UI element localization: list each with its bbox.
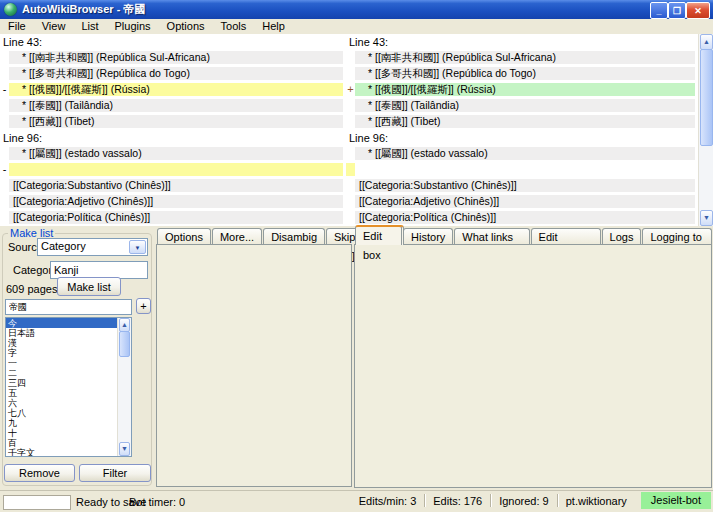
tab-logging-to-file[interactable]: Logging to file bbox=[642, 228, 712, 245]
diff-line: * [[俄國]]/[[俄羅斯]] (Rússia) bbox=[355, 83, 695, 96]
menu-view[interactable]: View bbox=[34, 19, 74, 34]
diff-line: * [[泰國]] (Tailândia) bbox=[355, 99, 695, 112]
list-item[interactable]: 今 bbox=[6, 318, 118, 328]
diff-line: [[Categoria:Adjetivo (Chinês)]] bbox=[355, 195, 695, 208]
page-filter-input[interactable] bbox=[5, 299, 132, 315]
scroll-up-icon[interactable]: ▲ bbox=[119, 318, 130, 332]
diff-line-header: Line 43: bbox=[0, 34, 346, 50]
list-item[interactable]: 七八 bbox=[6, 408, 118, 418]
diff-row: [[Categoria:Política (Chinês)]] bbox=[346, 210, 698, 226]
diff-row: * [[泰國]] (Tailândia) bbox=[0, 98, 346, 114]
diff-right-panel: Line 43:* [[南非共和國]] (República Sul-Afric… bbox=[346, 34, 698, 226]
filter-button[interactable]: Filter bbox=[79, 464, 151, 482]
restore-button[interactable]: ❐ bbox=[668, 2, 686, 19]
tab-what-links-here[interactable]: What links here bbox=[454, 228, 529, 245]
diff-row: +* [[俄國]]/[[俄羅斯]] (Rússia) bbox=[346, 82, 698, 98]
tab-edit-box[interactable]: Edit box bbox=[355, 225, 402, 245]
tab-options[interactable]: Options bbox=[157, 228, 211, 245]
diff-line: * [[南非共和國]] (República Sul-Africana) bbox=[9, 51, 343, 64]
diff-line: * [[西藏]] (Tibet) bbox=[9, 115, 343, 128]
menu-bar: FileViewListPluginsOptionsToolsHelp bbox=[0, 19, 713, 34]
menu-help[interactable]: Help bbox=[254, 19, 293, 34]
scroll-down-icon[interactable]: ▼ bbox=[700, 210, 713, 226]
pages-count: 609 pages bbox=[6, 283, 57, 295]
scroll-up-icon[interactable]: ▲ bbox=[700, 34, 713, 50]
menu-plugins[interactable]: Plugins bbox=[107, 19, 159, 34]
list-item[interactable]: 五 bbox=[6, 388, 118, 398]
list-item[interactable]: 三四 bbox=[6, 378, 118, 388]
list-item[interactable]: 漢 bbox=[6, 338, 118, 348]
tab-logs[interactable]: Logs bbox=[602, 228, 642, 245]
source-value: Category bbox=[41, 240, 86, 252]
source-dropdown[interactable]: Category ▼ bbox=[37, 238, 148, 256]
menu-options[interactable]: Options bbox=[159, 19, 213, 34]
status-bot-timer: Bot timer: 0 bbox=[129, 496, 185, 508]
diff-area: Line 43:* [[南非共和國]] (República Sul-Afric… bbox=[0, 34, 713, 226]
diff-marker: - bbox=[0, 163, 9, 175]
menu-list[interactable]: List bbox=[73, 19, 106, 34]
list-item[interactable]: 百 bbox=[6, 438, 118, 448]
menu-file[interactable]: File bbox=[0, 19, 34, 34]
list-item[interactable]: 十 bbox=[6, 428, 118, 438]
page-list-scrollbar[interactable]: ▲ ▼ bbox=[117, 318, 131, 456]
diff-line: [[Categoria:Política (Chinês)]] bbox=[9, 211, 343, 224]
tab-edit-summary[interactable]: Edit Summary bbox=[531, 228, 601, 245]
diff-line: [[Categoria:Substantivo (Chinês)]] bbox=[355, 179, 695, 192]
diff-line: * [[南非共和國]] (República Sul-Africana) bbox=[355, 51, 695, 64]
list-item[interactable]: 千字文 bbox=[6, 448, 118, 457]
diff-left-panel: Line 43:* [[南非共和國]] (República Sul-Afric… bbox=[0, 34, 346, 226]
middle-tab-page bbox=[156, 244, 352, 487]
diff-marker: + bbox=[346, 83, 355, 95]
list-item[interactable]: 一 bbox=[6, 358, 118, 368]
diff-scrollbar-thumb[interactable] bbox=[700, 49, 713, 146]
list-item[interactable]: 六 bbox=[6, 398, 118, 408]
close-button[interactable]: ✕ bbox=[686, 2, 710, 19]
diff-row bbox=[346, 162, 698, 178]
status-right-fields: Edits/min: 3Edits: 176Ignored: 9pt.wikti… bbox=[351, 491, 711, 510]
scroll-down-icon[interactable]: ▼ bbox=[119, 442, 130, 456]
minimize-button[interactable]: _ bbox=[650, 2, 668, 19]
tab-more[interactable]: More... bbox=[212, 228, 262, 245]
diff-scrollbar[interactable]: ▲ ▼ bbox=[698, 34, 713, 226]
remove-button[interactable]: Remove bbox=[4, 464, 75, 482]
status-user-badge: Jesielt-bot bbox=[641, 492, 711, 509]
page-list[interactable]: 今日本語漢字一二三四五六七八九十百千字文 ▲ ▼ bbox=[5, 317, 132, 457]
diff-line bbox=[9, 163, 343, 176]
diff-row: [[Categoria:Adjetivo (Chinês)]] bbox=[0, 194, 346, 210]
editor-tab-strip: Edit boxHistoryWhat links hereEdit Summa… bbox=[355, 226, 713, 245]
diff-row: * [[泰國]] (Tailândia) bbox=[346, 98, 698, 114]
diff-row: * [[南非共和國]] (República Sul-Africana) bbox=[346, 50, 698, 66]
diff-line-header: Line 43: bbox=[346, 34, 698, 50]
diff-marker: - bbox=[0, 83, 9, 95]
tab-history[interactable]: History bbox=[403, 228, 453, 245]
diff-row: * [[多哥共和國]] (República do Togo) bbox=[0, 66, 346, 82]
diff-line: [[Categoria:Substantivo (Chinês)]] bbox=[9, 179, 343, 192]
menu-tools[interactable]: Tools bbox=[213, 19, 255, 34]
add-page-button[interactable]: + bbox=[136, 298, 151, 314]
page-list-scrollbar-thumb[interactable] bbox=[119, 331, 130, 357]
diff-line: [[Categoria:Adjetivo (Chinês)]] bbox=[9, 195, 343, 208]
app-icon bbox=[4, 3, 17, 16]
diff-row: * [[屬國]] (estado vassalo) bbox=[0, 146, 346, 162]
diff-line: * [[泰國]] (Tailândia) bbox=[9, 99, 343, 112]
editor-tab-page bbox=[354, 244, 712, 488]
list-item[interactable]: 九 bbox=[6, 418, 118, 428]
diff-line: [[Categoria:Política (Chinês)]] bbox=[355, 211, 695, 224]
list-item[interactable]: 二 bbox=[6, 368, 118, 378]
diff-row: [[Categoria:Substantivo (Chinês)]] bbox=[346, 178, 698, 194]
diff-row: - bbox=[0, 162, 346, 178]
tab-disambig[interactable]: Disambig bbox=[263, 228, 325, 245]
diff-row: [[Categoria:Política (Chinês)]] bbox=[0, 210, 346, 226]
diff-line: * [[屬國]] (estado vassalo) bbox=[355, 147, 695, 160]
status-field: Edits: 176 bbox=[425, 495, 490, 507]
diff-row: * [[南非共和國]] (República Sul-Africana) bbox=[0, 50, 346, 66]
diff-line: * [[西藏]] (Tibet) bbox=[355, 115, 695, 128]
make-list-button[interactable]: Make list bbox=[57, 277, 121, 296]
list-item[interactable]: 字 bbox=[6, 348, 118, 358]
status-field: pt.wiktionary bbox=[558, 495, 635, 507]
chevron-down-icon[interactable]: ▼ bbox=[129, 240, 146, 254]
diff-row: * [[屬國]] (estado vassalo) bbox=[346, 146, 698, 162]
diff-row: * [[西藏]] (Tibet) bbox=[346, 114, 698, 130]
list-item[interactable]: 日本語 bbox=[6, 328, 118, 338]
diff-row: [[Categoria:Adjetivo (Chinês)]] bbox=[346, 194, 698, 210]
